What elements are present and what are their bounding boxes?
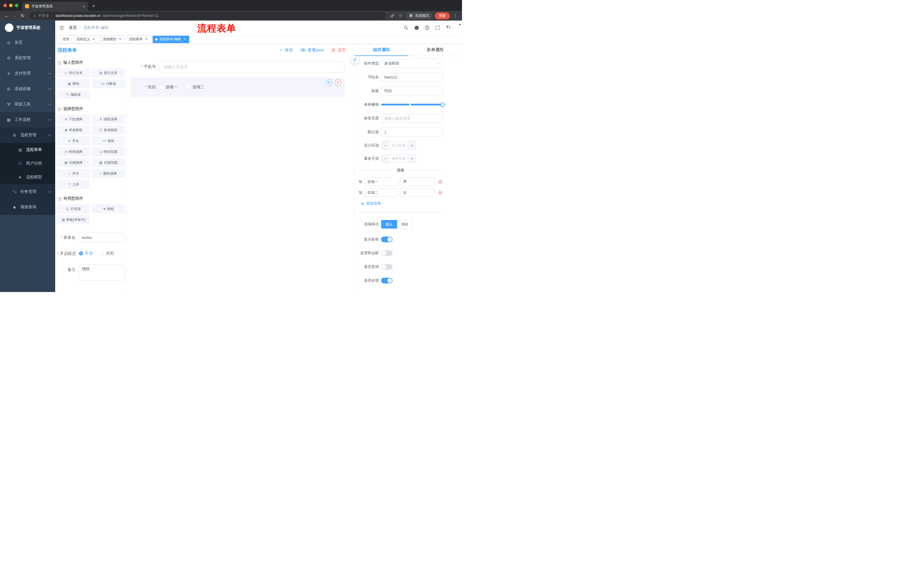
palette-item-slider[interactable]: ⊶滑块 xyxy=(92,137,125,145)
add-option-button[interactable]: ⊕ 添加选项 xyxy=(361,201,442,206)
close-window-button[interactable] xyxy=(3,4,7,7)
palette-item-rate[interactable]: ☆评分 xyxy=(57,169,90,178)
phone-input[interactable] xyxy=(159,61,345,72)
sidebar-item-workflow[interactable]: ▦ 工作流程 xyxy=(0,112,55,127)
label-width-input[interactable] xyxy=(381,114,442,123)
tag-process-form-edit[interactable]: 流程表单-编辑 × xyxy=(153,36,189,43)
forward-icon[interactable]: → xyxy=(11,12,18,20)
sidebar-item-process-form[interactable]: ▤ 流程表单 xyxy=(0,143,55,156)
option-value-input[interactable] xyxy=(401,188,434,197)
decrease-button[interactable]: − xyxy=(381,155,389,163)
save-button[interactable]: ✓ 保存 xyxy=(279,48,293,53)
sidebar-item-system-management[interactable]: ⚙ 系统管理 xyxy=(0,50,55,66)
gender-option-2[interactable]: 选项二 xyxy=(186,85,205,90)
palette-item-time-picker[interactable]: ◷时间选择 xyxy=(57,147,90,156)
sidebar-item-task-management[interactable]: ⌥ 任务管理 xyxy=(0,184,55,199)
tag-home[interactable]: 首页 xyxy=(60,36,72,43)
tab-component-props[interactable]: 组件属性 xyxy=(355,44,409,56)
increase-button[interactable]: + xyxy=(408,155,416,163)
palette-item-counter[interactable]: 123计数器 xyxy=(92,79,125,88)
option-name-input[interactable] xyxy=(365,188,399,197)
drag-handle-icon[interactable] xyxy=(358,179,363,184)
fullscreen-icon[interactable] xyxy=(434,25,441,31)
remove-option-icon[interactable]: ⊖ xyxy=(438,190,442,195)
delete-component-button[interactable] xyxy=(335,79,341,86)
tag-process-form[interactable]: 流程表单 × xyxy=(126,36,151,43)
browser-menu-dots-icon[interactable]: ⋮ xyxy=(452,12,459,20)
sidebar-item-dev-tools[interactable]: ⚒ 研发工具 xyxy=(0,97,55,112)
sidebar-logo[interactable]: 芋道管理系统 xyxy=(0,21,55,35)
tag-close-icon[interactable]: × xyxy=(144,38,148,41)
palette-item-date-range[interactable]: ▩日期范围 xyxy=(92,158,125,167)
breadcrumb-home[interactable]: 首页 xyxy=(69,25,77,30)
default-value-input[interactable] xyxy=(381,127,442,137)
sidebar-item-leave-query[interactable]: ☻ 请假查询 xyxy=(0,199,55,215)
view-json-button[interactable]: 查看json xyxy=(300,48,324,53)
bookmark-star-icon[interactable]: ☆ xyxy=(397,12,404,20)
tag-process-model[interactable]: 流程模型 × xyxy=(100,36,125,43)
font-size-icon[interactable]: TT xyxy=(445,25,451,31)
sidebar-collapse-icon[interactable] xyxy=(59,25,64,30)
palette-item-row-container[interactable]: ◫行容器 xyxy=(57,204,90,213)
title-input[interactable] xyxy=(381,86,442,95)
password-key-icon[interactable] xyxy=(389,12,396,20)
palette-item-radio-group[interactable]: ◉单选框组 xyxy=(57,126,90,134)
palette-item-multi-line-text[interactable]: ▤多行文本 xyxy=(92,69,125,77)
palette-item-color-picker[interactable]: ◐颜色选择 xyxy=(92,169,125,178)
sidebar-item-dashboard[interactable]: ◎ 首页 xyxy=(0,35,55,50)
palette-item-select[interactable]: ⊚下拉选择 xyxy=(57,115,90,123)
tab-form-props[interactable]: 表单属性 xyxy=(409,44,462,56)
palette-item-upload[interactable]: ⇧上传 xyxy=(57,180,90,189)
sidebar-item-infrastructure[interactable]: ⊞ 基础设施 xyxy=(0,81,55,97)
gender-option-1[interactable]: 选项一 xyxy=(159,85,178,90)
browser-tab[interactable]: 芋道管理系统 × xyxy=(22,2,88,11)
form-grid-slider[interactable] xyxy=(381,100,442,109)
palette-item-time-range[interactable]: ◶时间范围 xyxy=(92,147,125,156)
sidebar-item-payment-management[interactable]: ¥ 支付管理 xyxy=(0,66,55,81)
tab-close-icon[interactable]: × xyxy=(82,4,85,8)
increase-button[interactable]: + xyxy=(408,141,416,150)
status-on-radio[interactable]: 开启 xyxy=(79,251,93,256)
tag-close-icon[interactable]: × xyxy=(183,38,187,41)
github-icon[interactable] xyxy=(413,25,420,31)
palette-item-cascader[interactable]: ⋔级联选择 xyxy=(92,115,125,123)
disabled-toggle[interactable] xyxy=(381,264,393,270)
option-name-input[interactable] xyxy=(365,178,399,186)
field-name-input[interactable] xyxy=(381,72,442,82)
search-icon[interactable] xyxy=(403,25,409,31)
address-bar[interactable]: ⚠ 不安全 | dashboard.yudao.iocoder.cn/bpm/m… xyxy=(29,12,386,20)
sidebar-item-process-management[interactable]: ≣ 流程管理 xyxy=(0,127,55,143)
status-off-radio[interactable]: 关闭 xyxy=(100,251,114,256)
minimize-window-button[interactable] xyxy=(9,4,13,7)
palette-item-button[interactable]: ☚按钮 xyxy=(92,204,125,213)
clear-button[interactable]: 清空 xyxy=(332,48,346,53)
palette-item-editor[interactable]: ✎编辑器 xyxy=(57,90,90,99)
form-canvas[interactable]: 手机号 xyxy=(127,56,355,292)
palette-item-password[interactable]: ▣密码 xyxy=(57,79,90,88)
canvas-field-gender-selected[interactable]: 性别 选项一 选项二 xyxy=(130,77,345,97)
form-name-input[interactable] xyxy=(79,233,125,242)
copy-component-button[interactable] xyxy=(326,79,332,86)
remove-option-icon[interactable]: ⊖ xyxy=(438,179,442,184)
zoom-window-button[interactable] xyxy=(15,4,18,7)
palette-item-switch[interactable]: ⊝开关 xyxy=(57,137,90,145)
palette-item-table[interactable]: ▦表格[开发中] xyxy=(57,216,90,224)
new-tab-button[interactable]: + xyxy=(92,3,95,9)
security-label[interactable]: 不安全 xyxy=(38,13,49,18)
tag-close-icon[interactable]: × xyxy=(118,38,122,41)
tag-process-definition[interactable]: 流程定义 × xyxy=(74,36,98,43)
help-icon[interactable] xyxy=(424,25,430,31)
browser-update-button[interactable]: 更新 xyxy=(435,12,450,20)
palette-item-checkbox-group[interactable]: ☑多选框组 xyxy=(92,126,125,134)
max-count-input[interactable] xyxy=(389,155,408,163)
palette-item-single-line-text[interactable]: ▭单行文本 xyxy=(57,69,90,77)
decrease-button[interactable]: − xyxy=(381,141,389,150)
slider-handle[interactable] xyxy=(440,102,445,107)
option-value-input[interactable] xyxy=(401,178,434,186)
drag-handle-icon[interactable] xyxy=(358,190,363,195)
link-anchor-button[interactable] xyxy=(351,56,358,63)
required-toggle[interactable] xyxy=(381,278,393,283)
border-toggle[interactable] xyxy=(381,250,393,256)
show-label-toggle[interactable] xyxy=(381,237,393,242)
sidebar-item-user-group[interactable]: ⚇ 用户分组 xyxy=(0,156,55,170)
